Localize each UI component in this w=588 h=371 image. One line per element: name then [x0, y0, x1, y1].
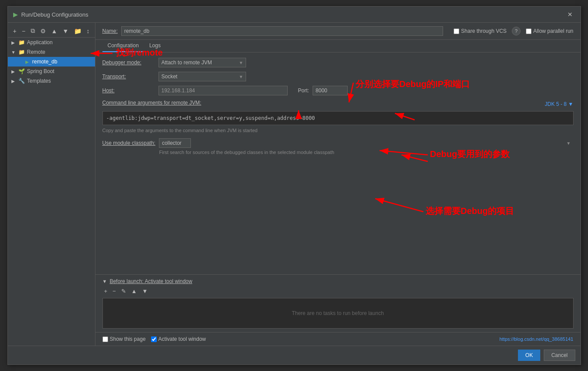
move-up-button[interactable]: ▲ [49, 27, 59, 35]
debugger-mode-select[interactable]: Attach to remote JVM Listen to remote JV… [158, 58, 246, 67]
sort-button[interactable]: ↕ [85, 27, 92, 35]
name-label: Name: [102, 28, 118, 34]
module-select[interactable]: collector [159, 138, 191, 148]
spring-icon: 🌱 [18, 68, 25, 75]
transport-row: Transport: Socket Shared memory [102, 72, 574, 81]
transport-label: Transport: [102, 74, 155, 80]
module-select-wrapper: collector [159, 138, 574, 148]
sidebar-item-application-label: Application [27, 39, 53, 46]
port-input[interactable] [313, 86, 348, 95]
sidebar-item-remote-db-label: remote_db [32, 59, 57, 65]
before-launch-header: ▼ Before launch: Activate tool window [102, 278, 574, 284]
close-button[interactable]: ✕ [565, 10, 575, 19]
title-bar: ▶ Run/Debug Configurations ✕ [8, 7, 581, 23]
expand-icon: ▶ [11, 40, 17, 45]
dialog-title: Run/Debug Configurations [21, 11, 88, 18]
cmdline-label: Command line arguments for remote JVM: [102, 100, 201, 106]
sidebar-item-application[interactable]: ▶ 📁 Application [8, 38, 95, 47]
sidebar: + − ⧉ ⚙ ▲ ▼ 📁 ↕ ▶ 📁 Application ▼ [8, 23, 95, 346]
form-area: Debugger mode: Attach to remote JVM List… [95, 52, 581, 274]
run-debug-dialog: ▶ Run/Debug Configurations ✕ + − ⧉ ⚙ ▲ ▼… [7, 6, 581, 365]
ok-button[interactable]: OK [518, 350, 540, 361]
no-tasks-text: There are no tasks to run before launch [292, 310, 384, 316]
activate-tool-checkbox[interactable] [151, 336, 157, 342]
sidebar-item-templates[interactable]: ▶ 🔧 Templates [8, 76, 95, 86]
folder-icon: 📁 [18, 49, 25, 56]
jdk-row: Command line arguments for remote JVM: J… [102, 100, 574, 108]
main-panel: Name: Share through VCS ? Allow parallel… [95, 23, 581, 346]
activate-tool-label: Activate tool window [151, 336, 206, 342]
allow-parallel-label: Allow parallel run [526, 28, 573, 34]
footer: OK Cancel [8, 346, 581, 364]
help-button[interactable]: ? [512, 27, 521, 35]
name-row: Name: Share through VCS ? Allow parallel… [95, 23, 581, 40]
sidebar-item-spring-boot[interactable]: ▶ 🌱 Spring Boot [8, 66, 95, 76]
allow-parallel-checkbox[interactable] [526, 28, 532, 34]
share-vcs-checkbox[interactable] [454, 28, 459, 34]
module-hint: First search for sources of the debugged… [159, 150, 574, 155]
footer-link[interactable]: https://blog.csdn.net/qq_38685141 [500, 336, 574, 342]
folder-button[interactable]: 📁 [72, 27, 83, 35]
host-port-row: Host: Port: [102, 86, 574, 95]
task-down-button[interactable]: ▼ [141, 287, 150, 295]
config-icon: ▶ [24, 58, 31, 65]
host-input[interactable] [158, 86, 288, 95]
before-launch-section: ▼ Before launch: Activate tool window + … [95, 274, 581, 332]
tab-configuration[interactable]: Configuration [102, 40, 144, 52]
folder-icon: 📁 [18, 39, 25, 46]
remove-task-button[interactable]: − [111, 287, 118, 295]
sidebar-item-remote-label: Remote [27, 49, 46, 55]
transport-select[interactable]: Socket Shared memory [158, 72, 246, 81]
dialog-icon: ▶ [13, 11, 18, 18]
edit-task-button[interactable]: ✎ [120, 287, 128, 295]
tab-logs[interactable]: Logs [144, 40, 166, 52]
sidebar-item-templates-label: Templates [27, 78, 51, 84]
module-classpath-label: Use module classpath: [102, 140, 155, 146]
sidebar-item-remote-db[interactable]: ▶ remote_db [8, 57, 95, 66]
host-label: Host: [102, 88, 155, 94]
transport-select-wrapper: Socket Shared memory [158, 72, 246, 81]
module-classpath-row: Use module classpath: collector [102, 138, 574, 148]
before-launch-toolbar: + − ✎ ▲ ▼ [102, 287, 574, 295]
sidebar-toolbar: + − ⧉ ⚙ ▲ ▼ 📁 ↕ [8, 24, 95, 38]
cancel-button[interactable]: Cancel [544, 350, 575, 361]
copy-config-button[interactable]: ⧉ [29, 26, 37, 35]
before-launch-title: Before launch: Activate tool window [109, 278, 192, 284]
tabs: Configuration Logs [95, 40, 581, 52]
debugger-mode-select-wrapper: Attach to remote JVM Listen to remote JV… [158, 58, 246, 67]
expand-icon: ▶ [11, 69, 17, 74]
move-down-button[interactable]: ▼ [61, 27, 70, 35]
port-label: Port: [298, 88, 309, 94]
add-config-button[interactable]: + [11, 27, 18, 35]
expand-icon: ▶ [11, 79, 17, 84]
cmdline-hint: Copy and paste the arguments to the comm… [102, 128, 574, 133]
share-vcs-label: Share through VCS [454, 28, 507, 34]
bottom-bar: Show this page Activate tool window http… [95, 332, 581, 346]
jdk-link[interactable]: JDK 5 - 8 ▼ [545, 101, 573, 107]
collapse-icon[interactable]: ▼ [102, 279, 107, 284]
debugger-mode-row: Debugger mode: Attach to remote JVM List… [102, 58, 574, 67]
show-page-checkbox[interactable] [102, 336, 108, 342]
expand-icon: ▼ [11, 50, 17, 55]
remove-config-button[interactable]: − [20, 27, 27, 35]
task-up-button[interactable]: ▲ [130, 287, 139, 295]
settings-button[interactable]: ⚙ [39, 27, 48, 35]
before-launch-content: There are no tasks to run before launch [102, 298, 574, 329]
wrench-icon: 🔧 [18, 77, 25, 84]
sidebar-item-spring-boot-label: Spring Boot [27, 68, 55, 74]
debugger-mode-label: Debugger mode: [102, 60, 155, 66]
sidebar-item-remote[interactable]: ▼ 📁 Remote [8, 47, 95, 57]
name-input[interactable] [121, 26, 443, 36]
show-page-label: Show this page [102, 336, 146, 342]
command-box: -agentlib:jdwp=transport=dt_socket,serve… [102, 111, 574, 125]
add-task-button[interactable]: + [102, 287, 109, 295]
